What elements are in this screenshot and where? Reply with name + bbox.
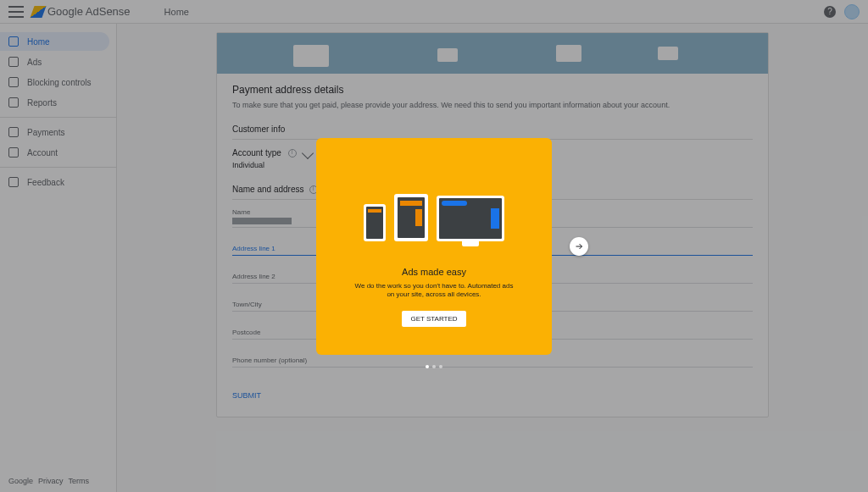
onboarding-modal: Ads made easy We do the work so you don'… (316, 138, 552, 355)
get-started-button[interactable]: GET STARTED (402, 311, 465, 327)
carousel-dot[interactable] (432, 365, 436, 368)
carousel-dots (426, 365, 442, 368)
modal-title: Ads made easy (402, 267, 466, 277)
devices-illustration (364, 194, 504, 241)
tablet-icon (394, 194, 428, 241)
carousel-dot[interactable] (426, 365, 429, 368)
desktop-icon (437, 196, 504, 241)
carousel-next-button[interactable] (570, 237, 588, 256)
phone-icon (364, 204, 386, 241)
carousel-dot[interactable] (439, 365, 442, 368)
modal-description: We do the work so you don't have to. Aut… (353, 282, 515, 300)
arrow-right-icon (574, 241, 584, 252)
